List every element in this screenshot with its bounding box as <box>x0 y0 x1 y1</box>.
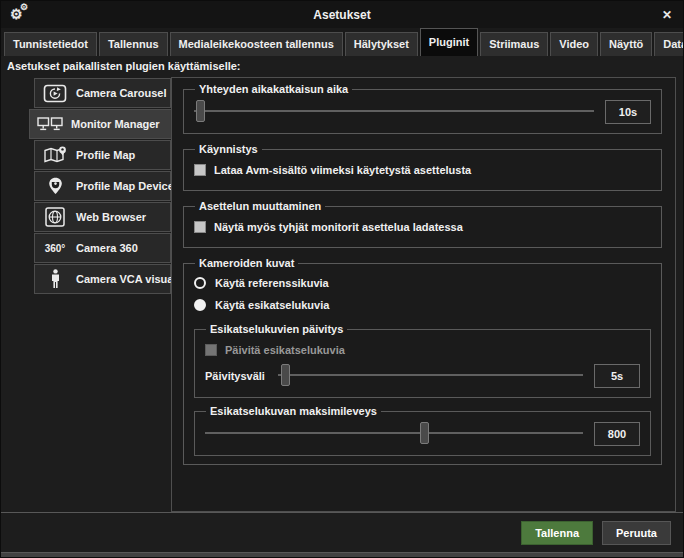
tab-tunnistetiedot[interactable]: Tunnistetiedot <box>4 32 97 56</box>
tab-naytto[interactable]: Näyttö <box>600 32 652 56</box>
group-layout-change: Asettelun muuttaminen Näytä myös tyhjät … <box>183 200 662 248</box>
group-title: Esikatselukuvan maksimileveys <box>206 405 381 417</box>
footer-bar: Tallenna Peruuta <box>1 512 683 552</box>
connection-timeout-slider[interactable] <box>194 99 594 124</box>
sidebar-item-web-browser[interactable]: Web Browser <box>34 202 171 232</box>
sidebar-item-label: Web Browser <box>76 211 146 223</box>
group-connection-timeout: Yhteyden aikakatkaisun aika 10s <box>183 83 662 134</box>
group-title: Kameroiden kuvat <box>195 257 298 269</box>
show-empty-monitors-checkbox[interactable] <box>194 221 206 233</box>
radio-label: Käytä referenssikuvia <box>215 277 329 289</box>
connection-timeout-value: 10s <box>605 100 651 124</box>
slider-track <box>278 374 583 376</box>
group-title: Yhteyden aikakatkaisun aika <box>195 83 352 95</box>
sidebar-item-label: Camera Carousel <box>76 87 167 99</box>
sidebar-item-monitor-manager[interactable]: Monitor Manager <box>29 109 172 139</box>
group-title: Asettelun muuttaminen <box>195 200 325 212</box>
camera-360-icon: 360° <box>42 243 68 254</box>
tab-halytykset[interactable]: Hälytykset <box>345 32 418 56</box>
sidebar-item-label: Monitor Manager <box>71 118 160 130</box>
sidebar-item-label: Camera 360 <box>76 242 138 254</box>
update-interval-label: Päivitysväli <box>205 370 265 382</box>
use-preview-images-radio[interactable] <box>194 299 206 311</box>
sidebar-item-profile-map-devices[interactable]: Profile Map Devices <box>34 171 171 201</box>
window-title: Asetukset <box>1 8 683 22</box>
web-browser-icon <box>42 207 68 227</box>
sidebar-item-camera-360[interactable]: 360° Camera 360 <box>34 233 171 263</box>
slider-track <box>205 432 583 434</box>
group-preview-max-width: Esikatselukuvan maksimileveys 800 <box>194 405 651 456</box>
slider-thumb[interactable] <box>196 100 205 122</box>
tab-medialeikekoosteen-tallennus[interactable]: Medialeikekoosteen tallennus <box>170 32 343 56</box>
slider-track <box>194 110 594 112</box>
sidebar-item-camera-carousel[interactable]: Camera Carousel <box>34 78 171 108</box>
slider-thumb[interactable] <box>281 364 290 386</box>
camera-carousel-icon <box>42 84 68 103</box>
update-interval-value: 5s <box>594 364 640 388</box>
monitor-manager-icon <box>37 117 63 131</box>
slider-thumb[interactable] <box>420 422 429 444</box>
load-avm-content-checkbox[interactable] <box>194 164 206 176</box>
group-startup: Käynnistys Lataa Avm-sisältö viimeksi kä… <box>183 143 662 191</box>
use-reference-images-radio[interactable] <box>194 277 206 289</box>
tab-bar: Tunnistetiedot Tallennus Medialeikekoost… <box>1 28 683 56</box>
checkbox-label: Päivitä esikatselukuvia <box>225 344 345 356</box>
plugin-sidebar: Camera Carousel Monitor Manager <box>1 77 171 512</box>
tab-pluginit[interactable]: Pluginit <box>420 28 478 56</box>
tab-striimaus[interactable]: Striimaus <box>480 32 548 56</box>
tab-tallennus[interactable]: Tallennus <box>99 32 168 56</box>
settings-panel: Yhteyden aikakatkaisun aika 10s Käynnist… <box>171 77 676 512</box>
checkbox-label: Lataa Avm-sisältö viimeksi käytetystä as… <box>214 164 471 176</box>
update-preview-images-checkbox <box>205 344 217 356</box>
dialog-body: Camera Carousel Monitor Manager <box>1 77 683 512</box>
update-interval-slider[interactable] <box>278 363 583 388</box>
cancel-button[interactable]: Peruuta <box>602 521 671 545</box>
profile-map-devices-icon <box>42 177 68 195</box>
person-icon <box>42 269 68 289</box>
sidebar-item-label: Profile Map Devices <box>76 180 180 192</box>
plugins-subheader: Asetukset paikallisten plugien käyttämis… <box>1 56 683 77</box>
max-width-slider[interactable] <box>205 421 583 446</box>
title-bar: ⚙ ⚙ Asetukset ✕ <box>1 1 683 28</box>
tab-datavalimuisti[interactable]: Datavälimuisti <box>654 32 684 56</box>
max-width-value: 800 <box>594 422 640 446</box>
profile-map-icon <box>42 146 68 164</box>
close-icon[interactable]: ✕ <box>660 8 674 22</box>
sidebar-item-camera-vca-visualization[interactable]: Camera VCA visualization <box>34 264 171 294</box>
tab-video[interactable]: Video <box>550 32 598 56</box>
group-camera-images: Kameroiden kuvat Käytä referenssikuvia K… <box>183 257 662 465</box>
group-title: Käynnistys <box>195 143 262 155</box>
checkbox-label: Näytä myös tyhjät monitorit asettelua la… <box>214 221 463 233</box>
settings-window: ⚙ ⚙ Asetukset ✕ Tunnistetiedot Tallennus… <box>0 0 684 558</box>
group-preview-update: Esikatselukuvien päivitys Päivitä esikat… <box>194 323 651 398</box>
save-button[interactable]: Tallenna <box>521 521 593 545</box>
sidebar-item-profile-map[interactable]: Profile Map <box>34 140 171 170</box>
group-title: Esikatselukuvien päivitys <box>206 323 347 335</box>
sidebar-item-label: Profile Map <box>76 149 135 161</box>
radio-label: Käytä esikatselukuvia <box>215 299 329 311</box>
window-bottom-edge <box>1 552 683 557</box>
